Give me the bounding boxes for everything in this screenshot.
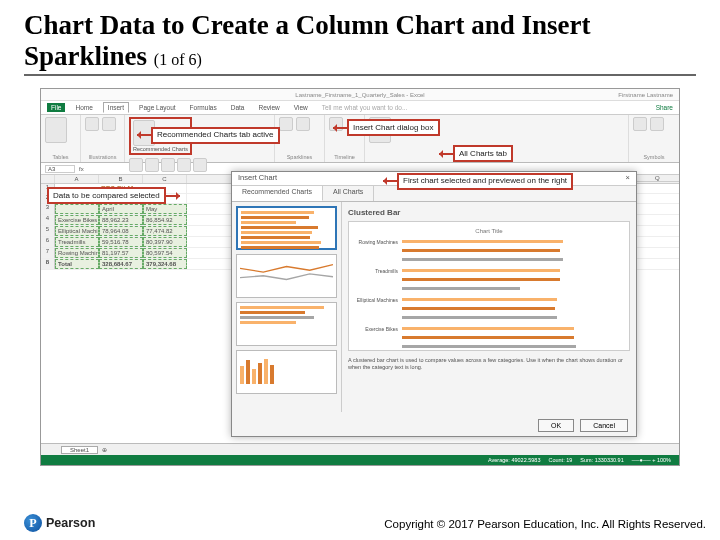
ok-button[interactable]: OK xyxy=(538,419,574,432)
col-header[interactable]: Q xyxy=(655,175,679,181)
tab-view[interactable]: View xyxy=(290,103,312,112)
tab-data[interactable]: Data xyxy=(227,103,249,112)
group-illustrations: Illustrations xyxy=(85,154,120,160)
fx-icon[interactable]: fx xyxy=(79,166,84,172)
tab-review[interactable]: Review xyxy=(254,103,283,112)
tab-home[interactable]: Home xyxy=(71,103,96,112)
chart-type-icon[interactable] xyxy=(145,158,159,172)
name-box[interactable]: A3 xyxy=(45,165,75,173)
ribbon-tab-strip: File Home Insert Page Layout Formulas Da… xyxy=(41,101,679,115)
annotation-rec-tab: Recommended Charts tab active xyxy=(151,127,280,144)
group-symbols: Symbols xyxy=(633,154,675,160)
cell[interactable]: Rowing Machines xyxy=(55,248,99,258)
pivot-table-icon[interactable] xyxy=(45,117,67,143)
chart-type-icon[interactable] xyxy=(161,158,175,172)
tab-insert[interactable]: Insert xyxy=(103,102,129,113)
add-sheet-icon[interactable]: ⊕ xyxy=(102,446,107,453)
cell[interactable]: 86,854.92 xyxy=(143,215,187,225)
sparkline-icon[interactable] xyxy=(279,117,293,131)
annotation-preview: First chart selected and previewed on th… xyxy=(397,173,573,190)
chart-type-name: Clustered Bar xyxy=(348,208,630,217)
chart-thumbnail[interactable] xyxy=(236,206,337,250)
status-count: Count: 19 xyxy=(548,457,572,463)
cell[interactable]: Total xyxy=(55,259,99,269)
cell[interactable]: 379,324.68 xyxy=(143,259,187,269)
pearson-logo: P Pearson xyxy=(24,514,95,532)
copyright-footer: Copyright © 2017 Pearson Education, Inc.… xyxy=(384,518,706,530)
cell[interactable]: April xyxy=(99,204,143,214)
dialog-title: Insert Chart xyxy=(238,173,277,184)
cell[interactable]: Exercise Bikes xyxy=(55,215,99,225)
chart-thumbnail[interactable] xyxy=(236,302,337,346)
excel-screenshot: Lastname_Firstname_1_Quarterly_Sales - E… xyxy=(40,88,680,466)
equation-icon[interactable] xyxy=(633,117,647,131)
cell[interactable]: 78,964.08 xyxy=(99,226,143,236)
slide-title-main: Chart Data to Create a Column Chart and … xyxy=(24,10,590,71)
group-filters: Timeline xyxy=(329,154,360,160)
symbol-icon[interactable] xyxy=(650,117,664,131)
cell[interactable]: Treadmills xyxy=(55,237,99,247)
cell[interactable]: 88,962.23 xyxy=(99,215,143,225)
sheet-tab[interactable]: Sheet1 xyxy=(61,446,98,454)
window-title: Lastname_Firstname_1_Quarterly_Sales - E… xyxy=(295,92,424,98)
cell[interactable]: 59,516.78 xyxy=(99,237,143,247)
status-average: Average: 49022.5983 xyxy=(488,457,541,463)
illustration-icon[interactable] xyxy=(102,117,116,131)
chart-preview-pane: Clustered Bar Chart Title Rowing Machine… xyxy=(342,202,636,412)
dialog-tab-allcharts[interactable]: All Charts xyxy=(323,186,374,201)
illustration-icon[interactable] xyxy=(85,117,99,131)
pearson-brand: Pearson xyxy=(46,516,95,530)
tab-file[interactable]: File xyxy=(47,103,65,112)
chart-thumbnail-list[interactable] xyxy=(232,202,342,412)
cell[interactable]: 81,197.57 xyxy=(99,248,143,258)
chart-type-icon[interactable] xyxy=(129,158,143,172)
status-bar: Average: 49022.5983 Count: 19 Sum: 13303… xyxy=(41,455,679,465)
tab-formulas[interactable]: Formulas xyxy=(186,103,221,112)
window-titlebar: Lastname_Firstname_1_Quarterly_Sales - E… xyxy=(41,89,679,101)
annotation-all-charts: All Charts tab xyxy=(453,145,513,162)
close-icon[interactable]: × xyxy=(626,173,630,184)
cancel-button[interactable]: Cancel xyxy=(580,419,628,432)
zoom-slider[interactable]: ──●── + 100% xyxy=(632,457,671,463)
cell[interactable] xyxy=(55,204,99,214)
chart-type-icon[interactable] xyxy=(177,158,191,172)
annotation-data-selected: Data to be compared selected xyxy=(47,187,166,204)
pearson-p-icon: P xyxy=(24,514,42,532)
chart-type-icon[interactable] xyxy=(193,158,207,172)
rec-charts-label: Recommended Charts xyxy=(133,146,188,152)
cell[interactable]: 80,397.90 xyxy=(143,237,187,247)
tab-pagelayout[interactable]: Page Layout xyxy=(135,103,180,112)
group-tables: Tables xyxy=(45,154,76,160)
cell[interactable]: 328,684.67 xyxy=(99,259,143,269)
cell[interactable]: 80,597.54 xyxy=(143,248,187,258)
cell[interactable]: 77,474.82 xyxy=(143,226,187,236)
chart-thumbnail[interactable] xyxy=(236,350,337,394)
cell[interactable]: Elliptical Machines xyxy=(55,226,99,236)
slide-title: Chart Data to Create a Column Chart and … xyxy=(24,10,696,76)
cell[interactable]: May xyxy=(143,204,187,214)
sheet-tab-bar: Sheet1 ⊕ xyxy=(41,443,679,455)
share-button[interactable]: Share xyxy=(656,104,673,111)
user-label: Firstname Lastname xyxy=(618,89,673,101)
chart-thumbnail[interactable] xyxy=(236,254,337,298)
annotation-dialog-label: Insert Chart dialog box xyxy=(347,119,440,136)
sparkline-icon[interactable] xyxy=(296,117,310,131)
tell-me-box[interactable]: Tell me what you want to do... xyxy=(318,103,412,112)
status-sum: Sum: 1330330.91 xyxy=(580,457,623,463)
slide-page-num: (1 of 6) xyxy=(154,51,202,68)
chart-preview: Chart Title Rowing Machines Treadmills E… xyxy=(348,221,630,351)
chart-title-label: Chart Title xyxy=(355,228,623,234)
group-sparklines: Sparklines xyxy=(279,154,320,160)
chart-description: A clustered bar chart is used to compare… xyxy=(348,357,630,371)
dialog-tab-recommended[interactable]: Recommended Charts xyxy=(232,186,323,201)
insert-chart-dialog: Insert Chart × Recommended Charts All Ch… xyxy=(231,171,637,437)
